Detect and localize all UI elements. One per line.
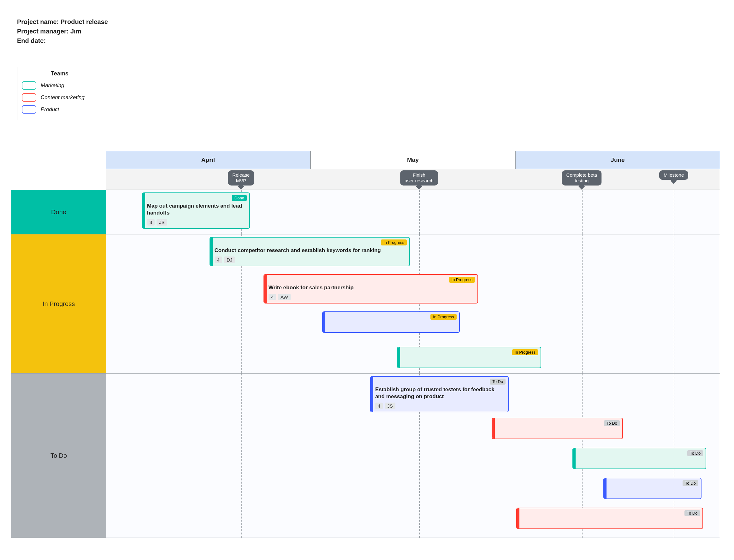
- project-manager-label: Project manager:: [17, 28, 70, 35]
- task-meta: 4DJ: [215, 256, 406, 263]
- status-badge: In Progress: [449, 277, 475, 283]
- task-accent: [264, 275, 267, 303]
- month-april: April: [106, 151, 311, 169]
- lane-done: DoneDoneMap out campaign elements and le…: [11, 190, 720, 234]
- project-info: Project name: Product release Project ma…: [17, 17, 108, 45]
- legend-item-content-marketing: Content marketing: [22, 91, 98, 103]
- task-count: 4: [269, 294, 276, 300]
- task-accent: [371, 377, 373, 412]
- task-title: Map out campaign elements and lead hando…: [147, 203, 246, 216]
- task-title: Establish group of trusted testers for f…: [375, 386, 505, 400]
- project-manager-row: Project manager: Jim: [17, 27, 108, 36]
- task-accent: [492, 418, 495, 439]
- task-accent: [143, 193, 145, 228]
- task-card[interactable]: To Do: [572, 448, 706, 469]
- milestone-mvp[interactable]: ReleaseMVP: [228, 170, 254, 186]
- task-card[interactable]: To Do: [516, 508, 703, 529]
- milestone-header: ReleaseMVPFinishuser researchComplete be…: [11, 169, 720, 190]
- diamond-icon: [671, 178, 677, 184]
- status-badge: In Progress: [430, 314, 456, 320]
- milestone-line: [241, 374, 242, 538]
- diamond-icon: [416, 183, 422, 190]
- lane-label-todo: To Do: [11, 374, 106, 538]
- project-manager-value: Jim: [70, 28, 81, 35]
- task-card[interactable]: In ProgressWrite ebook for sales partner…: [263, 274, 478, 304]
- legend-item-marketing: Marketing: [22, 80, 98, 91]
- status-badge: In Progress: [381, 239, 407, 245]
- task-accent: [604, 478, 607, 498]
- task-card[interactable]: In ProgressConduct competitor research a…: [210, 237, 410, 266]
- legend-label: Product: [41, 106, 59, 113]
- milestone-line: [674, 190, 674, 234]
- project-name-label: Project name:: [17, 18, 61, 25]
- milestone-line: [674, 234, 674, 373]
- teams-legend: Teams MarketingContent marketingProduct: [17, 67, 102, 120]
- lane-todo: To DoTo DoEstablish group of trusted tes…: [11, 374, 720, 538]
- task-accent: [573, 448, 576, 469]
- milestone-beta[interactable]: Complete betatesting: [562, 170, 602, 186]
- status-badge: To Do: [684, 510, 700, 516]
- lane-prog: In ProgressIn ProgressConduct competitor…: [11, 234, 720, 374]
- status-badge: In Progress: [512, 349, 538, 355]
- status-badge: To Do: [604, 420, 620, 426]
- lane-label-done: Done: [11, 190, 106, 234]
- month-may: May: [311, 151, 515, 169]
- legend-swatch: [22, 93, 36, 102]
- task-title: Write ebook for sales partnership: [269, 284, 474, 291]
- task-accent: [517, 508, 519, 528]
- task-assignee: AW: [278, 294, 291, 300]
- task-meta: 3JS: [147, 219, 246, 226]
- task-assignee: JS: [157, 219, 167, 226]
- end-date-row: End date:: [17, 36, 108, 45]
- time-header: AprilMayJune: [11, 151, 720, 169]
- month-june: June: [515, 151, 720, 169]
- lane-canvas-todo: To DoEstablish group of trusted testers …: [106, 374, 720, 538]
- task-assignee: JS: [385, 403, 395, 409]
- task-meta: 4AW: [269, 294, 474, 300]
- legend-swatch: [22, 81, 36, 90]
- end-date-label: End date:: [17, 37, 46, 44]
- milestone-track: ReleaseMVPFinishuser researchComplete be…: [106, 169, 720, 190]
- legend-title: Teams: [22, 70, 98, 77]
- legend-item-product: Product: [22, 103, 98, 115]
- task-accent: [210, 238, 213, 266]
- milestone-ms[interactable]: Milestone: [659, 170, 688, 180]
- status-badge: To Do: [683, 480, 698, 486]
- project-name-value: Product release: [61, 18, 108, 25]
- project-name-row: Project name: Product release: [17, 17, 108, 27]
- task-card[interactable]: DoneMap out campaign elements and lead h…: [142, 192, 250, 229]
- task-meta: 4JS: [375, 403, 505, 409]
- task-count: 4: [375, 403, 383, 409]
- status-badge: To Do: [490, 379, 506, 385]
- lane-canvas-prog: In ProgressConduct competitor research a…: [106, 234, 720, 374]
- task-assignee: DJ: [224, 256, 235, 263]
- task-accent: [323, 312, 325, 332]
- task-title: Conduct competitor research and establis…: [215, 247, 406, 254]
- milestone-line: [419, 190, 420, 234]
- task-card[interactable]: To Do: [603, 478, 701, 499]
- gantt-chart: AprilMayJune ReleaseMVPFinishuser resear…: [11, 151, 720, 538]
- task-card[interactable]: In Progress: [322, 311, 459, 333]
- task-card[interactable]: In Progress: [397, 347, 541, 368]
- task-count: 3: [147, 219, 155, 226]
- milestone-line: [582, 190, 583, 234]
- milestone-line: [582, 234, 583, 373]
- lane-label-prog: In Progress: [11, 234, 106, 374]
- legend-label: Marketing: [41, 82, 64, 89]
- task-count: 4: [215, 256, 222, 263]
- diamond-icon: [578, 183, 585, 190]
- legend-swatch: [22, 105, 36, 114]
- status-badge: To Do: [687, 450, 703, 456]
- legend-label: Content marketing: [41, 94, 85, 101]
- diamond-icon: [238, 183, 244, 190]
- status-badge: Done: [232, 195, 247, 201]
- task-card[interactable]: To DoEstablish group of trusted testers …: [370, 376, 509, 412]
- milestone-ur[interactable]: Finishuser research: [400, 170, 438, 186]
- lane-canvas-done: DoneMap out campaign elements and lead h…: [106, 190, 720, 234]
- task-card[interactable]: To Do: [492, 418, 623, 439]
- task-accent: [398, 347, 400, 368]
